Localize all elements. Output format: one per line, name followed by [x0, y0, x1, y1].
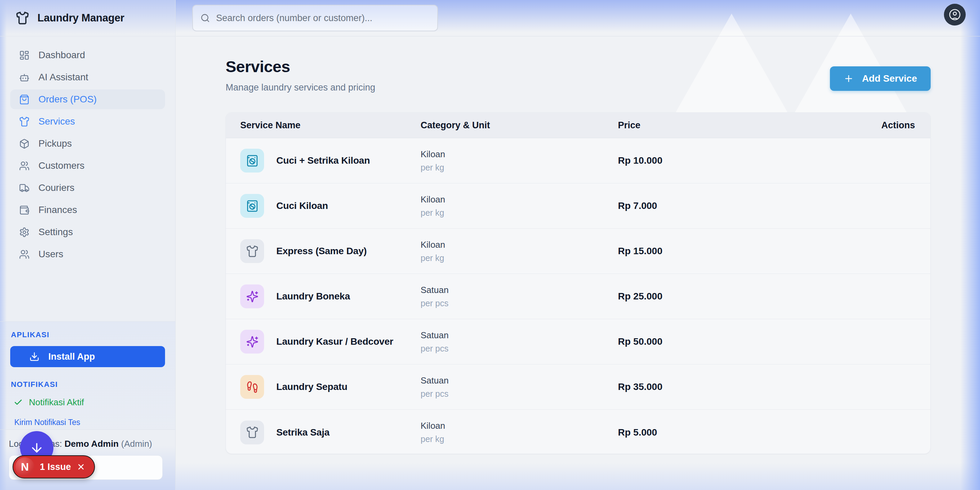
table-row: Express (Same Day) Kiloan per kg Rp 15.0… [226, 229, 930, 274]
category-unit-cell: Kiloan per kg [421, 240, 618, 263]
unit-label: per kg [421, 208, 618, 218]
service-name-cell: Laundry Kasur / Bedcover [240, 330, 421, 353]
services-table-card: Service Name Category & Unit Price Actio… [226, 112, 931, 454]
plus-icon [843, 73, 854, 84]
table-row: Cuci Kiloan Kiloan per kg Rp 7.000 [226, 183, 930, 229]
price-label: Rp 7.000 [618, 200, 813, 211]
unit-label: per pcs [421, 389, 618, 399]
package-icon [19, 138, 30, 149]
category-label: Kiloan [421, 421, 618, 431]
notifikasi-section-label: NOTIFIKASI [10, 380, 165, 389]
category-label: Kiloan [421, 149, 618, 159]
service-name: Cuci + Setrika Kiloan [276, 155, 370, 166]
search-input[interactable] [216, 13, 430, 24]
service-name: Setrika Saja [276, 427, 329, 438]
price-label: Rp 10.000 [618, 155, 813, 166]
sidebar-item-label: Services [38, 116, 75, 127]
page-title: Services [226, 57, 290, 76]
service-name-cell: Laundry Boneka [240, 285, 421, 308]
send-test-notification-link[interactable]: Kirim Notifikasi Tes [10, 418, 165, 427]
category-label: Satuan [421, 285, 618, 295]
washing-machine-icon [240, 149, 264, 172]
category-unit-cell: Kiloan per kg [421, 194, 618, 218]
category-label: Kiloan [421, 240, 618, 250]
truck-icon [19, 183, 30, 193]
add-service-button[interactable]: Add Service [830, 66, 931, 91]
category-unit-cell: Kiloan per kg [421, 421, 618, 444]
dev-issues-badge[interactable]: N 1 Issue [13, 455, 95, 479]
bot-icon [19, 72, 30, 83]
sidebar-item-pickups[interactable]: Pickups [10, 134, 165, 153]
service-name: Laundry Kasur / Bedcover [276, 336, 393, 347]
shirt-icon [240, 421, 264, 444]
sidebar: Laundry Manager Dashboard AI Assistant O… [0, 0, 176, 490]
unit-label: per pcs [421, 298, 618, 308]
issue-count-label: 1 Issue [40, 462, 71, 472]
table-row: Laundry Sepatu Satuan per pcs Rp 35.000 [226, 364, 930, 410]
users-icon [19, 249, 30, 259]
service-name-cell: Setrika Saja [240, 421, 421, 444]
table-body: Cuci + Setrika Kiloan Kiloan per kg Rp 1… [226, 138, 930, 454]
unit-label: per kg [421, 163, 618, 172]
service-name-cell: Cuci Kiloan [240, 194, 421, 218]
sidebar-bottom-section: APLIKASI Install App NOTIFIKASI Notifika… [0, 321, 175, 430]
sidebar-item-orders-pos[interactable]: Orders (POS) [10, 89, 165, 109]
category-label: Satuan [421, 330, 618, 340]
sidebar-item-settings[interactable]: Settings [10, 222, 165, 242]
service-name-cell: Laundry Sepatu [240, 375, 421, 399]
service-name-cell: Express (Same Day) [240, 239, 421, 263]
sidebar-item-finances[interactable]: Finances [10, 200, 165, 220]
table-row: Laundry Kasur / Bedcover Satuan per pcs … [226, 319, 930, 364]
washing-machine-icon [240, 194, 264, 218]
price-label: Rp 35.000 [618, 382, 813, 392]
shirt-logo-icon [16, 11, 29, 25]
search-box [192, 5, 438, 31]
table-row: Cuci + Setrika Kiloan Kiloan per kg Rp 1… [226, 138, 930, 183]
close-icon[interactable] [76, 463, 86, 471]
service-name: Laundry Boneka [276, 291, 350, 302]
table-row: Laundry Boneka Satuan per pcs Rp 25.000 [226, 274, 930, 319]
sidebar-item-users[interactable]: Users [10, 244, 165, 264]
download-icon [29, 352, 40, 362]
category-label: Satuan [421, 375, 618, 386]
sidebar-item-label: Pickups [38, 138, 72, 149]
column-header-category-unit: Category & Unit [421, 120, 618, 130]
sidebar-item-label: Orders (POS) [38, 94, 97, 105]
sidebar-item-customers[interactable]: Customers [10, 156, 165, 176]
service-name: Express (Same Day) [276, 246, 367, 256]
sidebar-item-label: Customers [38, 160, 84, 171]
table-header-row: Service Name Category & Unit Price Actio… [226, 113, 930, 138]
unit-label: per pcs [421, 344, 618, 353]
sidebar-item-dashboard[interactable]: Dashboard [10, 45, 165, 65]
settings-icon [19, 227, 30, 237]
sidebar-item-services[interactable]: Services [10, 111, 165, 131]
search-icon [200, 13, 210, 23]
shopping-bag-icon [19, 94, 30, 105]
sidebar-item-label: Couriers [38, 182, 75, 193]
page-subtitle: Manage laundry services and pricing [226, 82, 375, 93]
unit-label: per kg [421, 253, 618, 263]
service-name: Cuci Kiloan [276, 200, 328, 211]
service-name: Laundry Sepatu [276, 382, 347, 392]
sparkles-icon [240, 330, 264, 353]
sidebar-item-label: Finances [38, 205, 77, 215]
app-logo: Laundry Manager [0, 0, 175, 37]
price-label: Rp 50.000 [618, 336, 813, 347]
column-header-service-name: Service Name [240, 120, 421, 130]
category-unit-cell: Satuan per pcs [421, 375, 618, 399]
wallet-icon [19, 205, 30, 215]
sidebar-item-couriers[interactable]: Couriers [10, 178, 165, 198]
sidebar-item-ai-assistant[interactable]: AI Assistant [10, 67, 165, 87]
price-label: Rp 15.000 [618, 246, 813, 256]
install-app-button[interactable]: Install App [10, 346, 165, 367]
user-avatar-button[interactable] [944, 4, 966, 25]
shirt-icon [19, 116, 30, 127]
nextjs-logo-icon: N [15, 457, 34, 476]
app-title: Laundry Manager [37, 12, 124, 24]
price-label: Rp 25.000 [618, 291, 813, 302]
column-header-price: Price [618, 120, 813, 130]
shirt-icon [240, 239, 264, 263]
top-header [176, 0, 980, 37]
logged-in-role: (Admin) [121, 439, 152, 449]
sidebar-nav: Dashboard AI Assistant Orders (POS) Serv… [0, 37, 175, 264]
